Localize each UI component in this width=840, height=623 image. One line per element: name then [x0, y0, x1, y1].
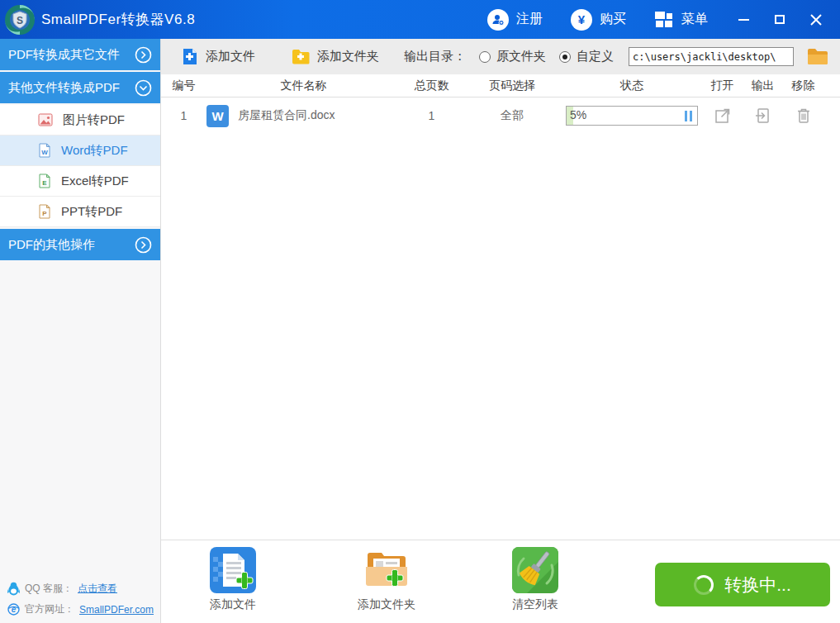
minimize-icon — [738, 19, 749, 21]
file-list-empty-area — [161, 134, 840, 540]
sidebar-section-other-to-pdf[interactable]: 其他文件转换成PDF — [0, 72, 160, 103]
sidebar-item-label: Word转PDF — [61, 143, 128, 159]
close-icon — [810, 14, 822, 26]
add-file-big-icon — [210, 547, 256, 593]
radio-custom-label: 自定义 — [577, 49, 614, 64]
sidebar: PDF转换成其它文件 其他文件转换成PDF 图片转PDF W — [0, 39, 161, 623]
radio-original-circle — [479, 51, 491, 63]
sidebar-item-label: 图片转PDF — [63, 112, 125, 128]
app-title: SmallPDFer转换器V6.8 — [41, 10, 195, 29]
browse-folder-icon — [807, 48, 828, 65]
spinner-icon — [694, 575, 714, 595]
window-controls — [731, 7, 828, 32]
convert-button[interactable]: 转换中... — [655, 563, 830, 606]
chevron-down-circle-icon — [135, 79, 152, 97]
register-button[interactable]: 注册 — [487, 9, 543, 31]
section-label: 其他文件转换成PDF — [8, 80, 135, 96]
add-file-big-label: 添加文件 — [210, 597, 256, 612]
minimize-button[interactable] — [731, 7, 756, 32]
add-folder-big-label: 添加文件夹 — [358, 597, 415, 612]
add-folder-label: 添加文件夹 — [317, 49, 379, 64]
register-label: 注册 — [516, 11, 543, 28]
ie-browser-icon: e — [7, 603, 20, 616]
buy-label: 购买 — [600, 11, 626, 28]
grid-menu-icon — [654, 10, 674, 30]
word-doc-badge: W — [206, 105, 229, 127]
svg-text:S: S — [17, 15, 23, 26]
radio-original-label: 原文件夹 — [496, 49, 546, 64]
radio-custom-folder[interactable]: 自定义 — [559, 49, 614, 64]
header-page-select: 页码选择 — [463, 78, 562, 93]
user-add-icon — [487, 9, 509, 31]
sidebar-item-label: Excel转PDF — [61, 174, 129, 189]
excel-file-icon: E — [38, 174, 51, 188]
qq-icon — [7, 582, 20, 596]
menu-label: 菜单 — [681, 11, 708, 28]
maximize-icon — [775, 15, 785, 24]
progress-label: 5% — [570, 108, 586, 121]
row-pages: 1 — [401, 109, 463, 122]
qq-label: QQ 客服： — [25, 582, 73, 596]
add-folder-button[interactable]: 添加文件夹 — [292, 49, 379, 64]
add-file-big-button[interactable]: 添加文件 — [196, 547, 270, 612]
row-filename: 房屋租赁合同.docx — [238, 108, 335, 123]
clear-list-big-icon — [512, 547, 558, 593]
radio-custom-circle — [559, 51, 571, 63]
row-page-select[interactable]: 全部 — [463, 108, 562, 123]
add-folder-big-button[interactable]: 添加文件夹 — [349, 547, 424, 612]
sidebar-section-pdf-to-other[interactable]: PDF转换成其它文件 — [0, 39, 160, 70]
open-external-icon — [714, 107, 732, 125]
clear-list-big-button[interactable]: 清空列表 — [498, 547, 572, 612]
menu-button[interactable]: 菜单 — [654, 10, 708, 30]
app-body: PDF转换成其它文件 其他文件转换成PDF 图片转PDF W — [0, 39, 840, 623]
header-index: 编号 — [161, 78, 206, 93]
qq-link[interactable]: 点击查看 — [78, 582, 117, 596]
maximize-button[interactable] — [767, 7, 792, 32]
sidebar-item-excel-to-pdf[interactable]: E Excel转PDF — [0, 166, 160, 197]
progress-bar: 5% — [566, 106, 698, 126]
remove-file-button[interactable] — [795, 107, 812, 125]
svg-text:W: W — [41, 149, 48, 156]
radio-original-folder[interactable]: 原文件夹 — [479, 49, 546, 64]
site-link[interactable]: SmallPDFer.com — [79, 604, 154, 616]
table-header: 编号 文件名称 总页数 页码选择 状态 打开 输出 移除 — [161, 74, 840, 97]
svg-text:e: e — [12, 605, 17, 614]
word-file-icon: W — [38, 143, 51, 158]
trash-icon — [795, 107, 812, 125]
svg-text:P: P — [42, 210, 47, 217]
browse-folder-button[interactable] — [807, 48, 828, 65]
add-file-button[interactable]: 添加文件 — [182, 48, 255, 65]
site-label: 官方网址： — [25, 602, 74, 616]
buy-button[interactable]: ¥ 购买 — [571, 9, 626, 31]
header-status: 状态 — [562, 78, 702, 93]
open-file-button[interactable] — [714, 107, 732, 125]
sidebar-item-image-to-pdf[interactable]: 图片转PDF — [0, 105, 160, 136]
open-output-button[interactable] — [754, 107, 771, 125]
pause-icon[interactable] — [685, 111, 692, 121]
output-dir-label: 输出目录： — [404, 49, 466, 64]
support-links: QQ 客服： 点击查看 e 官方网址： SmallPDFer.com — [7, 575, 154, 616]
qq-support-row: QQ 客服： 点击查看 — [7, 582, 154, 596]
clear-list-big-label: 清空列表 — [512, 597, 558, 612]
header-output: 输出 — [743, 78, 783, 93]
output-path-input[interactable] — [629, 47, 794, 66]
svg-text:E: E — [42, 179, 47, 187]
sidebar-section-pdf-ops[interactable]: PDF的其他操作 — [0, 229, 160, 260]
add-file-label: 添加文件 — [206, 49, 255, 64]
section-label: PDF转换成其它文件 — [8, 47, 135, 63]
header-remove: 移除 — [783, 78, 823, 93]
app-window: S SmallPDFer转换器V6.8 注册 ¥ 购买 — [0, 0, 840, 623]
section-label: PDF的其他操作 — [8, 237, 135, 253]
sidebar-empty-area — [0, 262, 160, 623]
ppt-file-icon: P — [38, 204, 51, 219]
sidebar-item-label: PPT转PDF — [61, 204, 122, 220]
add-folder-icon — [292, 49, 310, 64]
header-pages: 总页数 — [401, 78, 463, 93]
yuan-icon: ¥ — [571, 9, 592, 31]
image-file-icon — [38, 113, 53, 126]
add-file-icon — [182, 48, 198, 65]
close-button[interactable] — [804, 7, 828, 32]
sidebar-item-ppt-to-pdf[interactable]: P PPT转PDF — [0, 197, 160, 227]
row-index: 1 — [161, 109, 206, 122]
sidebar-item-word-to-pdf[interactable]: W Word转PDF — [0, 136, 160, 166]
